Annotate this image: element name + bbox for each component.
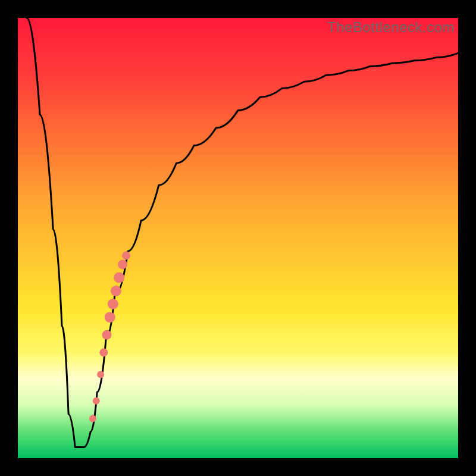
highlight-dot (111, 286, 121, 296)
bottleneck-curve (27, 18, 458, 447)
highlight-dot (108, 299, 118, 309)
highlight-dot (93, 397, 100, 405)
highlight-dot (122, 252, 130, 260)
highlight-dot (118, 259, 127, 269)
highlight-dot (102, 330, 111, 340)
highlight-dots (89, 252, 130, 422)
highlight-dot (89, 415, 96, 422)
curve-layer (18, 18, 458, 458)
highlight-dot (99, 348, 108, 356)
highlight-dot (97, 371, 104, 378)
highlight-dot (114, 273, 124, 283)
plot-area: TheBottleneck.com (18, 18, 458, 458)
highlight-dot (105, 312, 115, 322)
chart-frame: TheBottleneck.com (0, 0, 476, 476)
